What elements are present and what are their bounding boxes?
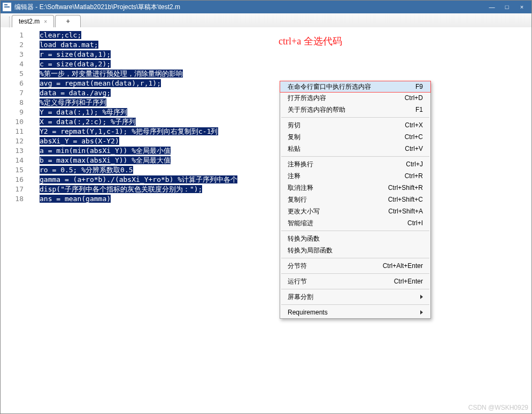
- window-title: 编辑器 - E:\Software\Matlab2021b\Projects\草…: [14, 3, 180, 12]
- menu-item-label: 智能缩进: [288, 219, 313, 228]
- menu-item-shortcut: Ctrl+Alt+Enter: [383, 262, 423, 270]
- selected-text: %第一步，对变量进行预处理，消除量纲的影响: [40, 70, 183, 78]
- menu-item[interactable]: 在命令行窗口中执行所选内容F9: [280, 81, 431, 93]
- selected-text: ro = 0.5; %分辨系数取0.5: [40, 166, 133, 174]
- line-number: 18: [1, 194, 30, 204]
- line-gutter: 123456789101112131415161718: [1, 27, 30, 413]
- selected-text: X = data(:,2:c); %子序列: [40, 118, 136, 126]
- new-tab-button[interactable]: +: [55, 15, 81, 27]
- menu-item-label: 关于所选内容的帮助: [288, 105, 345, 114]
- menu-item-shortcut: Ctrl+X: [405, 121, 423, 129]
- menu-item-shortcut: Ctrl+J: [406, 160, 423, 168]
- menu-item-label: 取消注释: [288, 183, 313, 193]
- watermark: CSDN @WSKH0929: [468, 404, 528, 411]
- selected-text: %定义母序列和子序列: [40, 98, 106, 106]
- selected-text: a = min(min(absXi_Y)) %全局最小值: [40, 147, 171, 155]
- menu-item-shortcut: Ctrl+Enter: [394, 278, 423, 285]
- code-line[interactable]: c = size(data,2);: [40, 59, 531, 69]
- annotation-text: ctrl+a 全选代码: [279, 35, 342, 48]
- menu-item[interactable]: 更改大小写Ctrl+Shift+A: [280, 205, 430, 217]
- selected-text: r = size(data,1);: [40, 50, 111, 58]
- menu-item-label: 复制: [288, 133, 300, 142]
- menu-item-label: 注释换行: [288, 160, 313, 169]
- selected-text: disp("子序列中各个指标的灰色关联度分别为：");: [40, 185, 202, 193]
- line-number: 7: [1, 88, 30, 98]
- menu-item-label: 注释: [288, 172, 300, 181]
- line-number: 15: [1, 165, 30, 175]
- maximize-button[interactable]: □: [499, 2, 514, 12]
- menu-item[interactable]: 取消注释Ctrl+Shift+R: [280, 182, 430, 194]
- menu-item-label: Requirements: [288, 309, 328, 316]
- menu-item[interactable]: 复制行Ctrl+Shift+C: [280, 194, 430, 205]
- editor-body: 123456789101112131415161718 clear;clc;lo…: [1, 27, 531, 413]
- breakpoint-margin[interactable]: [30, 27, 40, 413]
- file-tab[interactable]: test2.m ×: [12, 15, 54, 27]
- selected-text: absXi_Y = abs(X-Y2): [40, 137, 119, 145]
- selected-text: b = max(max(absXi_Y)) %全局最大值: [40, 156, 171, 164]
- selected-text: ans = mean(gamma): [40, 195, 111, 203]
- menu-item-label: 运行节: [288, 277, 307, 286]
- menu-item[interactable]: 关于所选内容的帮助F1: [280, 104, 430, 116]
- minimize-button[interactable]: —: [484, 2, 499, 12]
- menu-item-label: 打开所选内容: [288, 94, 326, 103]
- code-line[interactable]: r = size(data,1);: [40, 50, 531, 59]
- menu-item-label: 分节符: [288, 262, 307, 271]
- close-tab-icon[interactable]: ×: [44, 19, 47, 25]
- menu-item-label: 屏幕分割: [288, 293, 313, 302]
- context-menu: 在命令行窗口中执行所选内容F9打开所选内容Ctrl+D关于所选内容的帮助F1剪切…: [280, 81, 431, 319]
- menu-item[interactable]: 注释Ctrl+R: [280, 170, 430, 182]
- menu-item-shortcut: Ctrl+Shift+R: [388, 184, 423, 191]
- menu-item[interactable]: 屏幕分割: [280, 291, 430, 303]
- selected-text: gamma = (a+ro*b)./(absXi_Y+ro*b) %计算子序列中…: [40, 175, 237, 183]
- line-number: 17: [1, 185, 30, 194]
- line-number: 13: [1, 146, 30, 156]
- line-number: 9: [1, 108, 30, 117]
- menu-item-shortcut: Ctrl+I: [407, 219, 423, 227]
- app-icon: [3, 3, 11, 11]
- selected-text: c = size(data,2);: [40, 60, 111, 68]
- menu-item-label: 复制行: [288, 195, 307, 204]
- menu-item[interactable]: 注释换行Ctrl+J: [280, 158, 430, 170]
- close-button[interactable]: ×: [514, 2, 529, 12]
- tabstrip-handle[interactable]: [5, 17, 10, 27]
- menu-item-shortcut: F1: [415, 106, 423, 113]
- menu-item[interactable]: 转换为局部函数: [280, 244, 430, 256]
- menu-item-shortcut: Ctrl+R: [405, 172, 423, 180]
- menu-item[interactable]: 剪切Ctrl+X: [280, 119, 430, 131]
- menu-item-shortcut: F9: [415, 83, 423, 90]
- menu-item-label: 剪切: [288, 121, 300, 130]
- menu-item[interactable]: 粘贴Ctrl+V: [280, 143, 430, 155]
- menu-item-label: 粘贴: [288, 144, 300, 154]
- line-number: 3: [1, 50, 30, 59]
- editor-window: 编辑器 - E:\Software\Matlab2021b\Projects\草…: [0, 0, 532, 414]
- menu-item[interactable]: 转换为函数: [280, 233, 430, 244]
- menu-item-shortcut: Ctrl+V: [405, 145, 423, 152]
- file-tab-label: test2.m: [19, 18, 40, 25]
- menu-item-shortcut: Ctrl+Shift+C: [388, 196, 423, 203]
- line-number: 8: [1, 98, 30, 108]
- selected-text: data = data./avg;: [40, 89, 111, 97]
- line-number: 10: [1, 117, 30, 127]
- menu-item-label: 在命令行窗口中执行所选内容: [288, 82, 371, 91]
- menu-item-shortcut: Ctrl+Shift+A: [388, 208, 423, 215]
- menu-item[interactable]: Requirements: [280, 306, 430, 318]
- menu-item[interactable]: 打开所选内容Ctrl+D: [280, 92, 430, 104]
- menu-item[interactable]: 分节符Ctrl+Alt+Enter: [280, 260, 430, 272]
- menu-item-label: 转换为函数: [288, 234, 320, 243]
- menu-item[interactable]: 复制Ctrl+C: [280, 131, 430, 143]
- selected-text: Y2 = repmat(Y,1,c-1); %把母序列向右复制到c-1列: [40, 127, 218, 135]
- selected-text: Y = data(:,1); %母序列: [40, 108, 127, 116]
- line-number: 14: [1, 156, 30, 165]
- code-line[interactable]: %第一步，对变量进行预处理，消除量纲的影响: [40, 69, 531, 79]
- titlebar: 编辑器 - E:\Software\Matlab2021b\Projects\草…: [1, 1, 531, 13]
- menu-item[interactable]: 智能缩进Ctrl+I: [280, 217, 430, 229]
- menu-item-label: 更改大小写: [288, 207, 320, 216]
- selected-text: avg = repmat(mean(data),r,1);: [40, 79, 161, 87]
- line-number: 16: [1, 175, 30, 185]
- selected-text: load data.mat;: [40, 41, 98, 49]
- menu-item-label: 转换为局部函数: [288, 246, 333, 255]
- menu-item-shortcut: Ctrl+D: [405, 94, 423, 102]
- line-number: 1: [1, 30, 30, 40]
- menu-item[interactable]: 运行节Ctrl+Enter: [280, 275, 430, 287]
- line-number: 11: [1, 127, 30, 136]
